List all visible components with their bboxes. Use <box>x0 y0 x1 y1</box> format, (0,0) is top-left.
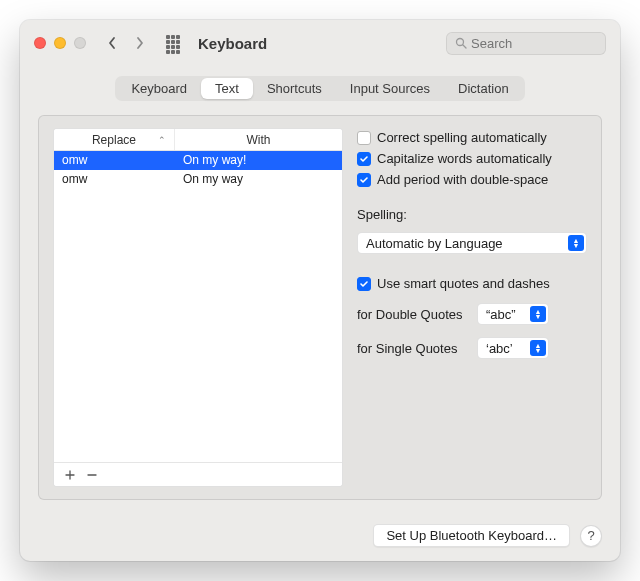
minimize-window-button[interactable] <box>54 37 66 49</box>
capitalize-words-row: Capitalize words automatically <box>357 151 587 166</box>
window-controls <box>34 37 86 49</box>
double-quotes-row: for Double Quotes “abc” ▲▼ <box>357 303 587 325</box>
search-input[interactable] <box>471 36 597 51</box>
replacements-table: Replace ⌃ With omw On my way! <box>53 128 343 487</box>
add-period-label: Add period with double-space <box>377 172 548 187</box>
cell-with[interactable]: On my way! <box>175 151 342 170</box>
table-row[interactable]: omw On my way <box>54 170 342 189</box>
dropdown-indicator-icon: ▲▼ <box>568 235 584 251</box>
zoom-window-button <box>74 37 86 49</box>
check-icon <box>359 279 369 289</box>
window-title: Keyboard <box>198 35 267 52</box>
cell-with[interactable]: On my way <box>175 170 342 189</box>
double-quotes-select[interactable]: “abc” ▲▼ <box>477 303 549 325</box>
options-column: Correct spelling automatically Capitaliz… <box>357 128 587 487</box>
smart-quotes-row: Use smart quotes and dashes <box>357 276 587 291</box>
content-area: Replace ⌃ With omw On my way! <box>20 115 620 514</box>
add-row-button[interactable] <box>60 466 80 484</box>
add-period-checkbox[interactable] <box>357 173 371 187</box>
column-header-with[interactable]: With <box>175 129 342 150</box>
add-period-row: Add period with double-space <box>357 172 587 187</box>
double-quotes-value: “abc” <box>486 307 516 322</box>
tab-bar: Keyboard Text Shortcuts Input Sources Di… <box>20 76 620 101</box>
tab-shortcuts[interactable]: Shortcuts <box>253 78 336 99</box>
correct-spelling-label: Correct spelling automatically <box>377 130 547 145</box>
dropdown-indicator-icon: ▲▼ <box>530 340 546 356</box>
tab-keyboard[interactable]: Keyboard <box>117 78 201 99</box>
replacements-column: Replace ⌃ With omw On my way! <box>53 128 343 487</box>
svg-point-0 <box>457 39 464 46</box>
tab-input-sources[interactable]: Input Sources <box>336 78 444 99</box>
show-all-icon[interactable] <box>166 35 182 51</box>
search-icon <box>455 37 467 49</box>
correct-spelling-checkbox[interactable] <box>357 131 371 145</box>
capitalize-words-label: Capitalize words automatically <box>377 151 552 166</box>
check-icon <box>359 175 369 185</box>
tab-dictation[interactable]: Dictation <box>444 78 523 99</box>
column-header-replace[interactable]: Replace ⌃ <box>54 129 175 150</box>
preferences-window: Keyboard Keyboard Text Shortcuts Input S… <box>20 20 620 561</box>
spelling-select[interactable]: Automatic by Language ▲▼ <box>357 232 587 254</box>
smart-quotes-checkbox[interactable] <box>357 277 371 291</box>
help-button[interactable]: ? <box>580 525 602 547</box>
column-header-replace-label: Replace <box>92 133 136 147</box>
svg-line-1 <box>463 45 466 48</box>
close-window-button[interactable] <box>34 37 46 49</box>
forward-button <box>130 36 150 50</box>
table-header: Replace ⌃ With <box>54 129 342 151</box>
titlebar: Keyboard <box>20 20 620 66</box>
single-quotes-value: ‘abc’ <box>486 341 513 356</box>
correct-spelling-row: Correct spelling automatically <box>357 130 587 145</box>
bottom-bar: Set Up Bluetooth Keyboard… ? <box>20 514 620 561</box>
text-pane: Replace ⌃ With omw On my way! <box>38 115 602 500</box>
table-footer <box>54 462 342 486</box>
single-quotes-row: for Single Quotes ‘abc’ ▲▼ <box>357 337 587 359</box>
spelling-label: Spelling: <box>357 207 587 222</box>
table-row[interactable]: omw On my way! <box>54 151 342 170</box>
cell-replace[interactable]: omw <box>54 170 175 189</box>
check-icon <box>359 154 369 164</box>
tab-text[interactable]: Text <box>201 78 253 99</box>
back-button[interactable] <box>102 36 122 50</box>
smart-quotes-label: Use smart quotes and dashes <box>377 276 550 291</box>
spelling-value: Automatic by Language <box>366 236 503 251</box>
search-field[interactable] <box>446 32 606 55</box>
single-quotes-label: for Single Quotes <box>357 341 469 356</box>
column-header-with-label: With <box>246 133 270 147</box>
tab-group: Keyboard Text Shortcuts Input Sources Di… <box>115 76 524 101</box>
cell-replace[interactable]: omw <box>54 151 175 170</box>
remove-row-button[interactable] <box>82 466 102 484</box>
table-body[interactable]: omw On my way! omw On my way <box>54 151 342 462</box>
dropdown-indicator-icon: ▲▼ <box>530 306 546 322</box>
double-quotes-label: for Double Quotes <box>357 307 469 322</box>
minus-icon <box>87 470 97 480</box>
capitalize-words-checkbox[interactable] <box>357 152 371 166</box>
setup-bluetooth-keyboard-button[interactable]: Set Up Bluetooth Keyboard… <box>373 524 570 547</box>
single-quotes-select[interactable]: ‘abc’ ▲▼ <box>477 337 549 359</box>
plus-icon <box>65 470 75 480</box>
sort-indicator-icon: ⌃ <box>158 135 166 145</box>
